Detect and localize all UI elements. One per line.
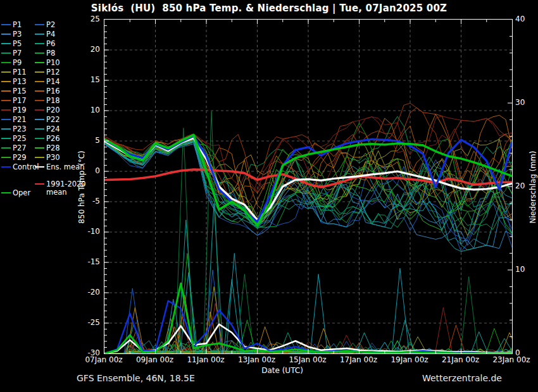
legend-member-p15: P15: [1, 87, 27, 95]
temp-tick--20: -20: [75, 288, 100, 297]
legend-member-p5-swatch: [1, 43, 11, 44]
date-tick-17jan-00z: 17Jan 00z: [334, 355, 384, 364]
date-tick-15jan-00z: 15Jan 00z: [282, 355, 333, 364]
legend-member-p19-label: P19: [13, 106, 27, 114]
legend-member-p12-swatch: [35, 71, 44, 73]
legend-member-p8-swatch: [35, 52, 44, 54]
legend-member-p21: P21: [1, 116, 27, 124]
legend-member-p18-swatch: [35, 100, 44, 101]
legend-member-p29: P29: [1, 154, 27, 162]
legend-member-p25-swatch: [1, 138, 11, 139]
legend-member-p20-label: P20: [46, 106, 60, 114]
legend-member-p11-swatch: [1, 71, 11, 73]
legend-member-p10-label: P10: [46, 59, 60, 67]
legend-member-p18: P18: [35, 97, 60, 105]
legend-member-p26: P26: [35, 135, 60, 143]
legend-member-p23: P23: [1, 125, 27, 133]
legend-member-p10-swatch: [35, 62, 44, 63]
legend-member-p5: P5: [1, 40, 22, 48]
legend-member-p30-label: P30: [46, 154, 60, 162]
legend-member-p28-swatch: [35, 147, 44, 149]
legend-member-p2: P2: [35, 21, 55, 29]
legend-member-p13-swatch: [1, 81, 11, 82]
temp-tick--25: -25: [75, 318, 100, 327]
legend-oper-label: Oper: [13, 189, 30, 197]
y-axis-label-temperature: 850 hPa Temp. (°C): [77, 150, 86, 224]
legend-member-p11: P11: [1, 68, 27, 77]
legend-member-p28-label: P28: [46, 144, 60, 152]
legend-member-p24-swatch: [35, 128, 44, 130]
legend-member-p27-swatch: [1, 147, 11, 149]
temp-tick-10: 10: [75, 106, 100, 114]
ensemble-plume-chart: [104, 19, 513, 354]
legend-member-p4-swatch: [35, 34, 44, 35]
legend-member-p24-label: P24: [46, 125, 60, 133]
legend-member-p12-label: P12: [46, 68, 60, 77]
legend-member-p27: P27: [1, 144, 27, 152]
x-axis-label-date: Date (UTC): [261, 366, 303, 375]
legend-clim-mean-swatch: [35, 183, 44, 185]
temp-tick-15: 15: [75, 75, 100, 84]
legend-member-p27-label: P27: [13, 144, 27, 152]
legend-member-p23-label: P23: [13, 125, 27, 133]
temp-tick-20: 20: [75, 45, 100, 54]
legend-member-p30-swatch: [35, 157, 44, 158]
footer-site-credit: Wetterzentrale.de: [422, 373, 502, 383]
legend-member-p17: P17: [1, 97, 27, 105]
legend-member-p14: P14: [35, 78, 60, 86]
legend-member-p3: P3: [1, 30, 22, 39]
legend-member-p26-swatch: [35, 138, 44, 139]
legend-member-p1-label: P1: [13, 21, 22, 29]
footer-model-location: GFS Ensemble, 46N, 18.5E: [77, 373, 195, 383]
page-title: Siklós (HU) 850 hPa Temp. & Niederschlag…: [19, 3, 519, 14]
legend-member-p30: P30: [35, 154, 60, 162]
precip-tick-10: 10: [515, 265, 538, 274]
legend-member-p8: P8: [35, 49, 55, 58]
legend-member-p3-swatch: [1, 34, 11, 35]
precip-tick-30: 30: [515, 98, 538, 107]
legend-control: Control: [1, 163, 39, 171]
legend-member-p7-swatch: [1, 52, 11, 54]
legend-member-p21-swatch: [1, 119, 11, 120]
legend-member-p15-swatch: [1, 90, 11, 92]
date-tick-13jan-00z: 13Jan 00z: [232, 355, 282, 364]
legend-member-p20: P20: [35, 106, 60, 114]
legend-member-p8-label: P8: [46, 49, 55, 58]
legend-member-p14-label: P14: [46, 78, 60, 86]
legend-member-p15-label: P15: [13, 87, 27, 95]
date-tick-09jan-00z: 09Jan 00z: [130, 355, 180, 364]
legend-member-p6-label: P6: [46, 40, 55, 48]
legend-member-p1: P1: [1, 21, 22, 29]
legend-member-p28: P28: [35, 144, 60, 152]
legend-member-p2-swatch: [35, 24, 44, 25]
legend-member-p7: P7: [1, 49, 22, 58]
legend-oper-swatch: [1, 192, 11, 193]
temp-tick--5: -5: [75, 197, 100, 205]
legend-member-p19-swatch: [1, 109, 11, 111]
legend-control-swatch: [1, 166, 11, 168]
temp-tick-25: 25: [75, 15, 100, 23]
legend-member-p22-swatch: [35, 119, 44, 120]
legend-member-p6: P6: [35, 40, 55, 48]
legend-member-p4-label: P4: [46, 30, 55, 39]
legend-member-p12: P12: [35, 68, 60, 77]
temp-tick-0: 0: [75, 166, 100, 175]
legend-member-p26-label: P26: [46, 135, 60, 143]
legend-member-p7-label: P7: [13, 49, 22, 58]
legend-member-p20-swatch: [35, 109, 44, 111]
legend-oper: Oper: [1, 189, 30, 197]
legend-member-p6-swatch: [35, 43, 44, 44]
legend-member-p14-swatch: [35, 81, 44, 82]
legend-member-p10: P10: [35, 59, 60, 67]
temp-tick--10: -10: [75, 227, 100, 236]
legend-member-p9: P9: [1, 59, 22, 67]
legend-ens-mean-swatch: [35, 166, 44, 168]
precip-tick-40: 40: [515, 15, 538, 23]
legend-member-p9-swatch: [1, 62, 11, 63]
date-tick-07jan-00z: 07Jan 00z: [78, 355, 129, 364]
temp-tick-5: 5: [75, 136, 100, 145]
legend-member-p29-label: P29: [13, 154, 27, 162]
legend-member-p17-label: P17: [13, 97, 27, 105]
legend-member-p16-label: P16: [46, 87, 60, 95]
legend-member-p13-label: P13: [13, 78, 27, 86]
